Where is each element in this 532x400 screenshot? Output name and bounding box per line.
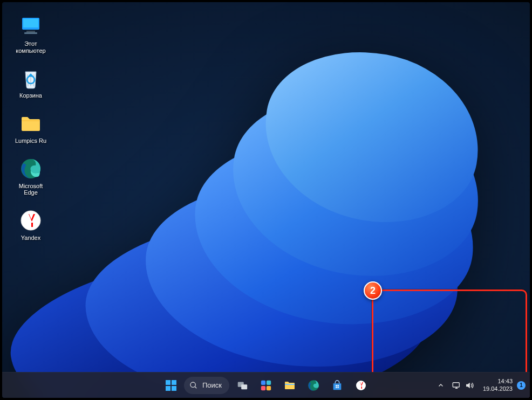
recycle-bin-icon bbox=[18, 66, 43, 91]
desktop-icons: Этот компьютер Корзина bbox=[10, 12, 52, 243]
desktop-icon-label: Lumpics Ru bbox=[15, 137, 46, 144]
folder-icon bbox=[18, 111, 43, 136]
svg-rect-1 bbox=[23, 19, 38, 27]
desktop-icon-this-pc[interactable]: Этот компьютер bbox=[10, 12, 52, 56]
desktop-wallpaper: Этот компьютер Корзина bbox=[2, 2, 530, 398]
desktop-icon-recycle-bin[interactable]: Корзина bbox=[10, 64, 52, 101]
svg-point-5 bbox=[21, 211, 40, 230]
svg-rect-2 bbox=[26, 31, 35, 32]
svg-point-23 bbox=[356, 381, 366, 390]
chevron-up-icon bbox=[438, 382, 444, 389]
network-icon bbox=[452, 381, 461, 390]
svg-rect-3 bbox=[24, 32, 37, 34]
systray-date: 19.04.2023 bbox=[483, 385, 513, 393]
widgets-icon bbox=[260, 380, 272, 391]
svg-rect-6 bbox=[166, 380, 170, 385]
taskbar-taskview-button[interactable] bbox=[231, 375, 253, 396]
svg-rect-20 bbox=[338, 385, 339, 386]
annotation-badge: 2 bbox=[364, 281, 382, 300]
svg-rect-15 bbox=[261, 385, 265, 390]
desktop-icon-label: Microsoft Edge bbox=[19, 183, 43, 196]
systray-overflow-button[interactable] bbox=[434, 375, 447, 396]
svg-point-10 bbox=[190, 382, 195, 387]
svg-rect-22 bbox=[338, 387, 339, 388]
desktop-icon-label: Этот компьютер bbox=[16, 40, 45, 54]
volume-icon bbox=[465, 381, 474, 390]
file-explorer-icon bbox=[283, 379, 296, 392]
taskbar-yandex-button[interactable] bbox=[350, 375, 372, 396]
svg-rect-24 bbox=[453, 382, 459, 387]
svg-rect-14 bbox=[267, 380, 271, 384]
edge-icon bbox=[307, 379, 320, 392]
systray-notification-badge[interactable]: 1 bbox=[517, 381, 526, 390]
taskbar: Поиск bbox=[2, 372, 530, 398]
svg-rect-16 bbox=[267, 385, 271, 390]
search-icon bbox=[189, 381, 198, 390]
svg-rect-7 bbox=[172, 380, 176, 385]
edge-icon bbox=[18, 156, 43, 181]
taskbar-start-button[interactable] bbox=[160, 375, 182, 396]
taskview-icon bbox=[236, 380, 248, 391]
taskbar-widgets-button[interactable] bbox=[255, 375, 277, 396]
desktop-icon-label: Корзина bbox=[19, 92, 42, 99]
desktop-icon-label: Yandex bbox=[21, 235, 41, 242]
svg-rect-17 bbox=[285, 384, 295, 385]
svg-rect-19 bbox=[336, 385, 337, 386]
windows-start-icon bbox=[165, 379, 178, 392]
taskbar-explorer-button[interactable] bbox=[279, 375, 301, 396]
taskbar-edge-button[interactable] bbox=[303, 375, 324, 396]
systray-quick-settings[interactable] bbox=[448, 375, 478, 396]
taskbar-center-group: Поиск bbox=[160, 375, 372, 396]
desktop-icon-folder[interactable]: Lumpics Ru bbox=[10, 109, 52, 147]
taskbar-search[interactable]: Поиск bbox=[184, 377, 229, 394]
taskbar-store-button[interactable] bbox=[326, 375, 348, 396]
taskbar-systray: 14:43 19.04.2023 1 bbox=[434, 375, 526, 396]
monitor-icon bbox=[18, 14, 43, 39]
wallpaper-bloom bbox=[32, 32, 517, 377]
svg-rect-13 bbox=[261, 380, 265, 384]
desktop-icon-edge[interactable]: Microsoft Edge bbox=[10, 154, 52, 198]
store-icon bbox=[331, 380, 343, 391]
svg-rect-9 bbox=[172, 386, 176, 391]
svg-rect-8 bbox=[166, 386, 170, 391]
svg-rect-21 bbox=[336, 387, 337, 388]
yandex-icon bbox=[18, 208, 43, 233]
systray-clock[interactable]: 14:43 19.04.2023 bbox=[479, 378, 515, 393]
svg-rect-12 bbox=[241, 384, 247, 389]
desktop-icon-yandex[interactable]: Yandex bbox=[10, 206, 52, 244]
systray-time: 14:43 bbox=[483, 378, 513, 385]
taskbar-search-label: Поиск bbox=[202, 381, 222, 389]
yandex-icon bbox=[355, 380, 367, 391]
